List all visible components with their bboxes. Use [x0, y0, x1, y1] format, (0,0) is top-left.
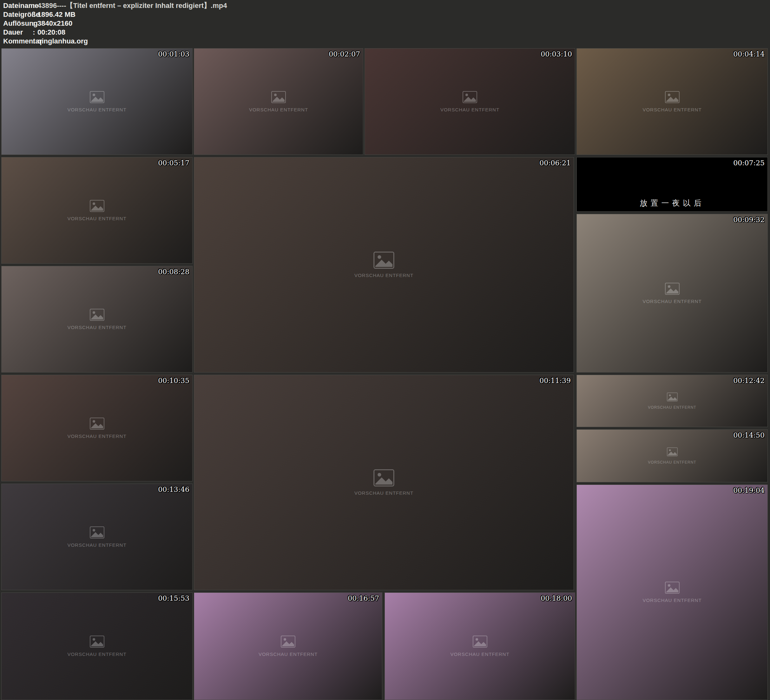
photo-icon [90, 91, 104, 104]
photo-icon [473, 635, 487, 649]
photo-icon [90, 418, 104, 431]
photo-icon [271, 91, 286, 104]
redacted-note: Vorschau entfernt [67, 325, 126, 330]
thumbnail-tile: 00:01:03 Vorschau entfernt [1, 48, 192, 155]
meta-row-duration: Dauer : 00:20:08 [0, 28, 770, 37]
colon: : [31, 10, 37, 19]
photo-icon [665, 582, 679, 595]
photo-icon [90, 200, 104, 213]
filesize-label: Dateigröße [3, 10, 31, 19]
timestamp-badge: 00:02:07 [329, 50, 360, 58]
meta-row-filesize: Dateigröße : 1896.42 MB [0, 10, 770, 19]
photo-icon [90, 309, 104, 322]
redacted-note: Vorschau entfernt [259, 651, 317, 657]
redacted-note: Vorschau entfernt [67, 216, 126, 221]
meta-row-resolution: Auflösung : 3840x2160 [0, 19, 770, 28]
thumbnail-tile: 00:15:53 Vorschau entfernt [1, 592, 192, 700]
redacted-note: Vorschau entfernt [67, 651, 126, 657]
timestamp-badge: 00:11:39 [539, 377, 571, 385]
file-metadata-header: Dateiname : 43896----【Titel entfernt – e… [0, 0, 770, 47]
redacted-note: Vorschau entfernt [642, 107, 702, 112]
timestamp-badge: 00:19:04 [733, 486, 765, 494]
thumbnail-tile: 00:04:14 Vorschau entfernt [576, 48, 768, 155]
timestamp-badge: 00:06:21 [539, 159, 571, 167]
timestamp-badge: 00:05:17 [158, 159, 189, 167]
thumbnail-tile: 00:03:10 Vorschau entfernt [364, 48, 575, 155]
colon: : [31, 1, 37, 10]
resolution-label: Auflösung [3, 19, 31, 28]
photo-icon [90, 635, 104, 649]
photo-icon [463, 91, 477, 104]
redacted-note: Vorschau entfernt [67, 107, 126, 112]
colon: : [31, 19, 37, 28]
filesize-value: 1896.42 MB [37, 10, 76, 19]
meta-row-filename: Dateiname : 43896----【Titel entfernt – e… [0, 1, 770, 10]
photo-icon [665, 91, 679, 104]
comment-value: qinglanhua.org [37, 37, 88, 46]
timestamp-badge: 00:15:53 [158, 594, 189, 602]
redacted-note: Vorschau entfernt [354, 272, 413, 278]
photo-icon [281, 635, 295, 649]
colon: : [31, 37, 37, 46]
redacted-note: Vorschau entfernt [648, 460, 696, 465]
photo-icon [90, 527, 104, 540]
resolution-value: 3840x2160 [37, 19, 72, 28]
thumbnail-tile: 00:02:07 Vorschau entfernt [194, 48, 363, 155]
timestamp-badge: 00:07:25 [733, 159, 765, 167]
thumbnail-tile: 00:08:28 Vorschau entfernt [1, 266, 192, 373]
redacted-note: Vorschau entfernt [67, 433, 126, 439]
thumbnail-tile: 00:10:35 Vorschau entfernt [1, 375, 192, 481]
redacted-note: Vorschau entfernt [440, 107, 499, 112]
thumbnail-tile: 00:18:00 Vorschau entfernt [385, 592, 575, 700]
title-card-tile: 00:07:25 放置一夜以后 [576, 157, 768, 212]
filename-label: Dateiname [3, 1, 31, 10]
timestamp-badge: 00:16:57 [348, 594, 379, 602]
timestamp-badge: 00:04:14 [733, 50, 765, 58]
redacted-note: Vorschau entfernt [450, 651, 509, 657]
timestamp-badge: 00:09:32 [733, 216, 765, 224]
redacted-note: Vorschau entfernt [642, 298, 702, 304]
filename-value: 43896----【Titel entfernt – expliziter In… [37, 1, 227, 10]
timestamp-badge: 00:10:35 [158, 377, 189, 385]
timestamp-badge: 00:01:03 [158, 50, 189, 58]
timestamp-badge: 00:08:28 [158, 268, 189, 276]
photo-icon [667, 447, 678, 458]
comment-label: Kommentar [3, 37, 31, 46]
photo-icon [374, 252, 395, 270]
timestamp-badge: 00:12:42 [733, 377, 765, 385]
thumbnail-tile: 00:13:46 Vorschau entfernt [1, 484, 192, 590]
timestamp-badge: 00:14:50 [733, 431, 765, 439]
redacted-note: Vorschau entfernt [67, 542, 126, 548]
thumbnail-tile-tall: 00:09:32 Vorschau entfernt [576, 214, 768, 373]
thumbnail-tile-tall: 00:19:04 Vorschau entfernt [576, 484, 768, 700]
timestamp-badge: 00:18:00 [540, 594, 572, 602]
meta-row-comment: Kommentar : qinglanhua.org [0, 37, 770, 46]
photo-icon [374, 469, 395, 488]
thumbnail-tile: 00:16:57 Vorschau entfernt [194, 592, 382, 700]
duration-label: Dauer [3, 28, 31, 37]
thumbnail-tile-strip: 00:12:42 Vorschau entfernt [576, 375, 768, 427]
timestamp-badge: 00:13:46 [158, 486, 189, 493]
duration-value: 00:20:08 [37, 28, 65, 37]
redacted-note: Vorschau entfernt [648, 405, 696, 410]
redacted-note: Vorschau entfernt [354, 490, 413, 496]
thumbnail-tile-large: 00:06:21 Vorschau entfernt [194, 157, 574, 373]
redacted-note: Vorschau entfernt [642, 598, 702, 603]
thumbnail-tile: 00:05:17 Vorschau entfernt [1, 157, 192, 264]
thumbnail-tile-strip: 00:14:50 Vorschau entfernt [576, 429, 768, 482]
timestamp-badge: 00:03:10 [540, 50, 572, 58]
title-card-caption: 放置一夜以后 [577, 198, 767, 208]
redacted-note: Vorschau entfernt [249, 107, 308, 112]
photo-icon [667, 392, 678, 403]
contact-sheet-page: { "header": { "rows": [ {"label": "Datei… [0, 0, 770, 700]
photo-icon [665, 283, 679, 296]
thumbnail-tile-large: 00:11:39 Vorschau entfernt [194, 375, 574, 590]
colon: : [31, 28, 37, 37]
